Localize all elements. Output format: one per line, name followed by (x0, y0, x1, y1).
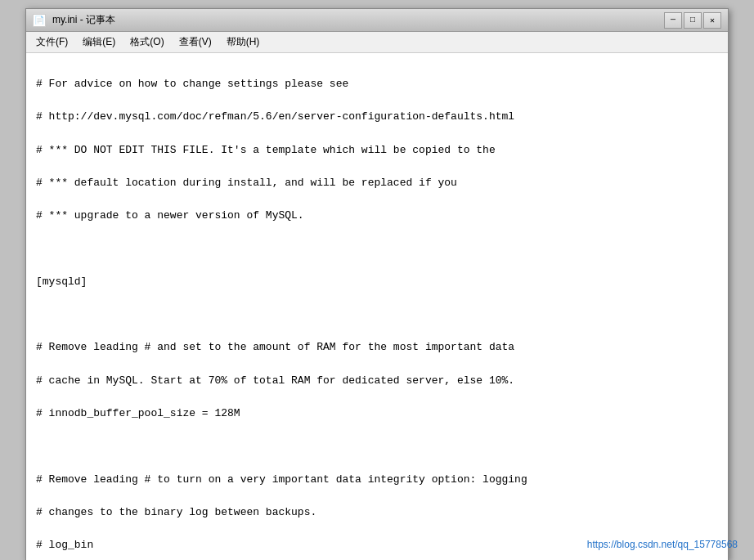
line-blank-2 (36, 307, 718, 323)
close-button[interactable]: ✕ (703, 12, 721, 29)
app-icon: 📄 (33, 14, 46, 27)
window-title: my.ini - 记事本 (52, 13, 115, 27)
minimize-button[interactable]: ─ (664, 12, 682, 29)
text-content[interactable]: # For advice on how to change settings p… (26, 53, 728, 560)
menu-view[interactable]: 查看(V) (173, 34, 218, 51)
menu-bar: 文件(F) 编辑(E) 格式(O) 查看(V) 帮助(H) (26, 32, 728, 53)
line-logbin-1: # Remove leading # to turn on a very imp… (36, 472, 718, 488)
line-1: # For advice on how to change settings p… (36, 76, 718, 92)
line-innodb-1: # Remove leading # and set to the amount… (36, 339, 718, 356)
line-blank-3 (36, 438, 718, 455)
maximize-button[interactable]: □ (684, 12, 702, 29)
line-logbin-2: # changes to the binary log between back… (36, 504, 718, 521)
line-blank-1 (36, 241, 718, 258)
menu-help[interactable]: 帮助(H) (220, 34, 267, 51)
line-4: # *** default location during install, a… (36, 175, 718, 191)
window-controls: ─ □ ✕ (664, 12, 721, 29)
line-innodb-3: # innodb_buffer_pool_size = 128M (36, 405, 718, 422)
line-3: # *** DO NOT EDIT THIS FILE. It's a temp… (36, 142, 718, 159)
line-5: # *** upgrade to a newer version of MySQ… (36, 208, 718, 224)
menu-file[interactable]: 文件(F) (29, 34, 74, 51)
line-innodb-2: # cache in MySQL. Start at 70% of total … (36, 373, 718, 389)
notepad-window: 📄 my.ini - 记事本 ─ □ ✕ 文件(F) 编辑(E) 格式(O) 查… (25, 8, 729, 560)
menu-format[interactable]: 格式(O) (123, 34, 170, 51)
watermark: https://blog.csdn.net/qq_15778568 (587, 539, 738, 550)
menu-edit[interactable]: 编辑(E) (76, 34, 122, 51)
line-2: # http://dev.mysql.com/doc/refman/5.6/en… (36, 109, 718, 125)
line-mysqld: [mysqld] (36, 274, 718, 290)
title-bar: 📄 my.ini - 记事本 ─ □ ✕ (26, 9, 728, 32)
